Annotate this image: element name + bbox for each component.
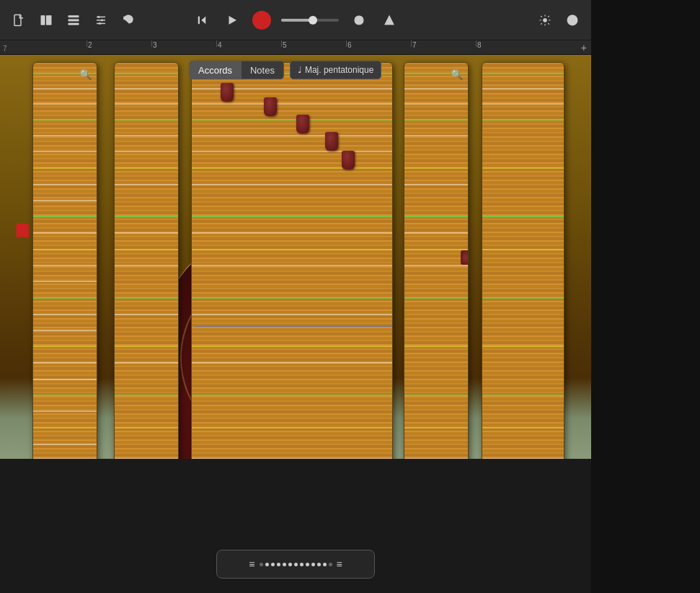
svg-rect-4 (68, 19, 79, 21)
track-panel-3[interactable] (191, 62, 393, 459)
dot-12 (323, 563, 327, 566)
zoom-panel-1-icon[interactable]: 🔍 (78, 67, 92, 82)
accords-button[interactable]: Accords (189, 61, 242, 79)
view-icon-1[interactable] (36, 10, 56, 30)
add-track-button[interactable]: + (581, 42, 591, 53)
notes-button[interactable]: Notes (242, 61, 284, 79)
note-peg-2[interactable] (264, 97, 277, 116)
help-icon[interactable]: ? (562, 10, 582, 30)
svg-rect-13 (198, 16, 200, 24)
dot-2 (265, 563, 269, 566)
svg-point-11 (99, 22, 101, 25)
tuner-icon[interactable] (379, 10, 399, 30)
toolbar-left (9, 10, 138, 30)
dot-3 (271, 563, 275, 566)
track-panel-1[interactable]: 🔍 (32, 62, 97, 459)
track-panel-5[interactable] (482, 62, 564, 459)
svg-point-15 (355, 16, 363, 25)
scale-button[interactable]: ♩ Maj. pentatonique (290, 61, 381, 79)
svg-rect-3 (68, 15, 79, 17)
dot-11 (317, 563, 321, 566)
main-toolbar: ? (0, 0, 591, 40)
dot-7 (294, 563, 298, 566)
dot-8 (300, 563, 304, 566)
svg-marker-16 (385, 16, 394, 25)
right-panel (591, 0, 700, 593)
tick-4: 4 (216, 40, 281, 54)
timeline-ticks: 2 3 4 5 6 7 8 (43, 40, 581, 54)
chord-note-buttons: Accords Notes ♩ Maj. pentatonique (189, 55, 381, 85)
bottom-right-icon[interactable]: ≡ (337, 558, 342, 570)
svg-text:?: ? (571, 17, 575, 24)
strings-panel-4 (404, 63, 468, 459)
metronome-icon[interactable] (349, 10, 369, 30)
record-button[interactable] (252, 11, 271, 30)
note-peg-5[interactable] (342, 151, 355, 170)
tick-7: 7 (411, 40, 476, 54)
tick-8: 8 (476, 40, 541, 54)
dots-row (260, 563, 332, 566)
main-content: 人間能得幾回闊 (0, 55, 591, 459)
strings-panel-2 (115, 63, 178, 459)
play-button[interactable] (222, 10, 242, 30)
undo-icon[interactable] (118, 10, 138, 30)
volume-knob[interactable] (309, 16, 317, 25)
scale-icon: ♩ (298, 65, 302, 75)
svg-point-10 (101, 19, 103, 21)
dot-5 (283, 563, 286, 566)
tick-5: 5 (281, 40, 346, 54)
toolbar-center (192, 10, 399, 30)
bottom-transport-bar: ≡ ≡ (216, 550, 375, 579)
bottom-left-icon[interactable]: ≡ (249, 558, 254, 570)
svg-point-17 (544, 18, 547, 22)
dot-13 (329, 563, 332, 566)
note-peg-edge[interactable] (461, 250, 469, 265)
svg-marker-14 (229, 16, 237, 25)
zoom-panel-4-icon[interactable]: 🔍 (449, 67, 464, 82)
scale-label: Maj. pentatonique (305, 65, 373, 75)
tick-6: 6 (346, 40, 411, 54)
note-peg-3[interactable] (296, 115, 309, 133)
dot-9 (306, 563, 309, 566)
dot-1 (260, 563, 263, 566)
playhead-line (195, 326, 393, 327)
mixer-icon[interactable] (91, 10, 111, 30)
dot-4 (277, 563, 280, 566)
tick-2: 2 (87, 40, 151, 54)
strings-panel-5 (482, 63, 564, 459)
rewind-button[interactable] (192, 10, 212, 30)
volume-fill (281, 19, 310, 22)
dot-6 (288, 563, 292, 566)
note-peg-1[interactable] (221, 83, 234, 102)
note-peg-4[interactable] (325, 132, 338, 151)
dot-10 (311, 563, 315, 566)
timeline-start: 7 (3, 45, 7, 53)
timeline-ruler: 7 2 3 4 5 6 7 8 + (0, 40, 591, 55)
svg-rect-2 (46, 15, 52, 25)
svg-point-9 (98, 16, 100, 18)
new-file-icon[interactable] (9, 10, 29, 30)
strings-panel-1 (33, 63, 97, 459)
svg-rect-5 (68, 22, 79, 25)
track-panel-2[interactable] (114, 62, 179, 459)
tick-3: 3 (151, 40, 216, 54)
track-panel-4[interactable]: 🔍 (404, 62, 469, 459)
volume-slider[interactable] (281, 19, 339, 22)
strings-panel-3 (192, 63, 392, 459)
svg-marker-12 (201, 16, 205, 24)
svg-rect-1 (41, 15, 45, 25)
view-icon-2[interactable] (63, 10, 84, 30)
settings-icon[interactable] (535, 10, 555, 30)
toolbar-right: ? (535, 10, 582, 30)
